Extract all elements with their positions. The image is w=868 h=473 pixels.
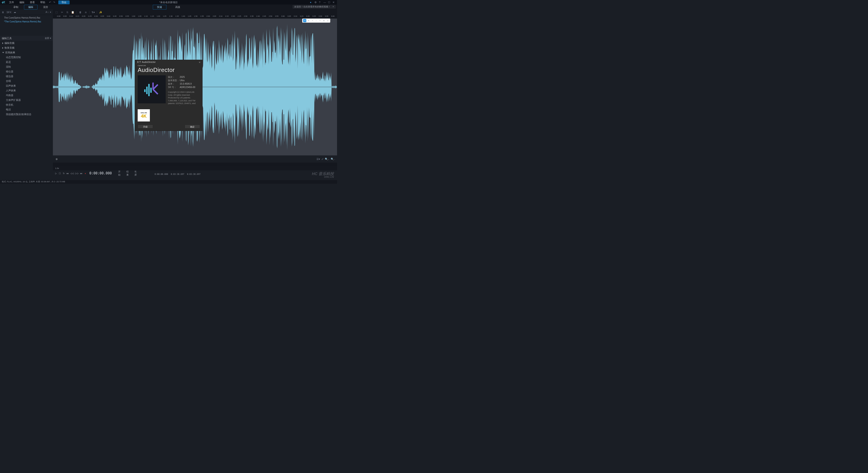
status-bar: 格式: FLAC, 44100Hz, 16 位, 立体声, 长度: 03:38.…: [0, 180, 337, 184]
mode-bar: 录制 编辑 混音 快速 高级 欢迎您！在此查看所有的教程视频！ ×: [0, 4, 337, 9]
upgrade-button[interactable]: 升级: [138, 125, 153, 128]
timeline-ruler[interactable]: 0:000:050:100:150:200:250:300:350:400:45…: [53, 15, 337, 19]
tools-filter[interactable]: 全部 ▾: [45, 37, 51, 40]
markers-toolbar: AI ⊕ ↗ ⌂ ▭ ⊞ ◎: [302, 19, 330, 23]
tool-section-restore-audio[interactable]: 恢复音频: [0, 46, 53, 50]
tool-section-edit-audio[interactable]: 编辑音频: [0, 41, 53, 46]
uhd-4k-badge: Ultra HD 4K: [138, 109, 150, 121]
effects-icon[interactable]: ✨: [99, 10, 102, 14]
mode-edit[interactable]: 编辑: [24, 5, 37, 9]
forward-button[interactable]: ▷▷: [75, 172, 79, 175]
tool-delay[interactable]: 延迟: [0, 60, 53, 64]
project-title: *未命名的新项目: [159, 1, 178, 4]
tool-reverb[interactable]: 混响: [0, 64, 53, 69]
tool-flanger[interactable]: 镶边器: [0, 74, 53, 79]
redo-icon[interactable]: ↷: [52, 1, 56, 4]
undo-icon[interactable]: ↶: [48, 1, 52, 4]
profile-icon[interactable]: ●: [310, 1, 313, 4]
tool-equalizer[interactable]: 均衡器: [0, 93, 53, 98]
mode-record[interactable]: 录制: [9, 5, 23, 9]
mini-timeline[interactable]: [53, 162, 337, 166]
mode-mix[interactable]: 混音: [39, 5, 53, 9]
library-item[interactable]: The Cure(Spiros Hamza Remix).flac: [0, 16, 53, 20]
welcome-text: 欢迎您！在此查看所有的教程视频！: [294, 5, 331, 8]
sr-value: ADR123456-00: [180, 86, 195, 89]
loop-button[interactable]: ↻: [62, 172, 65, 175]
import-file-icon[interactable]: 🗎: [2, 11, 4, 13]
cloud-icon[interactable]: ☁: [13, 11, 16, 13]
menu-view[interactable]: 查看: [27, 1, 37, 4]
marker-grid-icon[interactable]: ⊞: [322, 19, 326, 22]
crop-icon[interactable]: ⧈: [84, 10, 88, 14]
next-button[interactable]: ⏭: [80, 172, 83, 175]
zoom-out-icon[interactable]: 🔍₋: [331, 158, 335, 160]
app-icon-large: [138, 75, 166, 104]
normalize-icon[interactable]: ⇅▾: [91, 10, 95, 14]
marker-center-icon[interactable]: ⊕: [307, 19, 310, 22]
center-icon[interactable]: ⊚: [56, 158, 58, 160]
tool-stereo-expander[interactable]: 立体声扩展器: [0, 98, 53, 102]
library-list: The Cure(Spiros Hamza Remix).flac *The C…: [0, 15, 53, 24]
dialog-close-icon[interactable]: ✕: [199, 61, 200, 64]
dialog-title: 关于 AudioDirector: [137, 61, 156, 64]
marker-home-icon[interactable]: ⌂: [315, 19, 318, 22]
prev-button[interactable]: ⏮: [66, 172, 69, 175]
cut-icon[interactable]: ✂: [60, 10, 64, 14]
sidebar: 🗎 SFX ☁ A↑↓ ▾ The Cure(Spiros Hamza Remi…: [0, 9, 53, 176]
minimize-icon[interactable]: —: [323, 1, 327, 4]
mode-quick[interactable]: 快速: [153, 5, 166, 9]
copyright-text[interactable]: Copyright (c) 2024 CyberLink Corp. All r…: [168, 91, 199, 106]
tool-section-apply-effects[interactable]: 应用效果: [0, 50, 53, 55]
marker-arrow-icon[interactable]: ↗: [311, 19, 314, 22]
close-icon[interactable]: ✕: [333, 1, 336, 4]
zoom-fit-icon[interactable]: ⤢: [321, 158, 323, 160]
select-tool-icon[interactable]: ⬚: [55, 10, 58, 14]
zoom-in-icon[interactable]: 🔍₊: [325, 158, 329, 160]
play-button[interactable]: ▷: [55, 172, 57, 175]
editor-toolbar: ⬚ ✂ ⎘ 📋 🗑 ⧈ ⇅▾ ✨: [53, 9, 337, 15]
delete-icon[interactable]: 🗑: [79, 10, 82, 14]
library-header: 🗎 SFX ☁ A↑↓ ▾: [0, 9, 53, 15]
welcome-close-icon[interactable]: ×: [333, 5, 334, 8]
sort-options[interactable]: A↑↓ ▾: [46, 11, 51, 13]
tools-header: 编辑工具 全部 ▾: [0, 36, 53, 41]
menu-file[interactable]: 文件: [6, 1, 17, 4]
zoom-value: 1.0x: [55, 167, 59, 170]
paste-icon[interactable]: 📋: [71, 10, 74, 14]
menu-edit[interactable]: 编辑: [17, 1, 27, 4]
lib-sfx-label[interactable]: SFX: [6, 11, 11, 13]
ok-button[interactable]: 确定: [185, 125, 200, 128]
tool-vocal[interactable]: 人声效果: [0, 88, 53, 93]
welcome-banner[interactable]: 欢迎您！在此查看所有的教程视频！ ×: [292, 5, 336, 8]
settings-icon[interactable]: ⚙: [314, 1, 318, 4]
menu-help[interactable]: 帮助: [37, 1, 48, 4]
stop-button[interactable]: ☐: [59, 172, 61, 175]
zoom-bar: 1.0x: [53, 166, 337, 170]
copy-icon[interactable]: ⎘: [66, 10, 69, 14]
brand-company: CyberLink: [138, 64, 199, 66]
tool-radio[interactable]: 收音机: [0, 102, 53, 107]
mode-advanced[interactable]: 高级: [171, 5, 184, 9]
length-value: 0:03:38.697: [187, 173, 200, 175]
dialog-titlebar[interactable]: 关于 AudioDirector ✕: [135, 60, 202, 64]
export-button[interactable]: 导出: [58, 0, 70, 4]
about-dialog: 关于 AudioDirector ✕ CyberLink AudioDirect…: [135, 60, 203, 131]
channel-menu-icon[interactable]: ☰▾: [316, 158, 320, 160]
tool-dynamic-range[interactable]: 动态范围控制: [0, 55, 53, 60]
help-icon[interactable]: ?: [319, 1, 322, 4]
library-item[interactable]: *The Cure(Spiros Hamza Remix).flac: [0, 20, 53, 24]
maximize-icon[interactable]: ☐: [328, 1, 332, 4]
tool-telephone[interactable]: 电话: [0, 107, 53, 112]
record-button[interactable]: ●: [84, 172, 87, 175]
tool-my-presets[interactable]: 我创建的预设/效果组合: [0, 112, 53, 117]
rewind-button[interactable]: ◁◁: [70, 172, 74, 175]
marker-ai-icon[interactable]: AI: [303, 19, 306, 22]
marker-target-icon[interactable]: ◎: [326, 19, 329, 22]
tool-echo[interactable]: 回声效果: [0, 84, 53, 88]
brand-product: AudioDirector: [138, 66, 199, 73]
marker-region-icon[interactable]: ▭: [318, 19, 322, 22]
app-logo: [1, 0, 6, 4]
tools-title: 编辑工具: [2, 37, 12, 40]
tool-pitch-shifter[interactable]: 移位器: [0, 69, 53, 74]
tool-chorus[interactable]: 合唱: [0, 79, 53, 84]
